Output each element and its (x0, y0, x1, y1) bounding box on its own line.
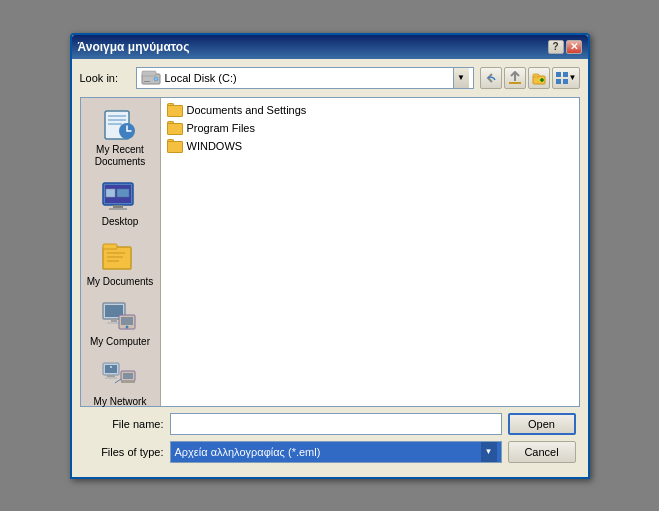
svg-rect-25 (107, 256, 123, 258)
sidebar-item-desktop[interactable]: Desktop (83, 174, 157, 232)
svg-rect-20 (117, 189, 129, 197)
svg-point-41 (110, 366, 112, 368)
list-item[interactable]: Documents and Settings (165, 102, 575, 118)
title-bar-buttons: ? ✕ (548, 40, 582, 54)
svg-rect-19 (109, 208, 127, 210)
file-name-text: Documents and Settings (187, 104, 307, 116)
look-in-combo-inner: Local Disk (C:) (141, 70, 449, 86)
svg-rect-18 (113, 205, 123, 208)
list-item[interactable]: WINDOWS (165, 138, 575, 154)
svg-rect-26 (107, 260, 119, 262)
svg-rect-10 (563, 79, 568, 84)
look-in-combo[interactable]: Local Disk (C:) ▼ (136, 67, 474, 89)
my-documents-label: My Documents (87, 276, 154, 288)
sidebar-item-recent-documents[interactable]: My Recent Documents (83, 102, 157, 172)
sidebar-item-my-network[interactable]: My Network (83, 354, 157, 412)
back-button[interactable] (480, 67, 502, 89)
help-button[interactable]: ? (548, 40, 564, 54)
view-dropdown-arrow[interactable]: ▼ (569, 73, 577, 82)
recent-documents-label: My Recent Documents (85, 144, 155, 168)
title-bar: Άνοιγμα μηνύματος ? ✕ (72, 35, 588, 59)
svg-rect-36 (107, 375, 115, 377)
up-icon (508, 71, 522, 85)
new-folder-icon (532, 71, 546, 85)
dialog-body: Look in: Local Disk (C:) ▼ (72, 59, 588, 477)
my-documents-icon (100, 238, 140, 274)
my-network-label: My Network (94, 396, 147, 408)
svg-rect-4 (509, 82, 521, 84)
folder-icon (167, 103, 183, 117)
svg-rect-37 (105, 377, 117, 379)
file-name-text: Program Files (187, 122, 255, 134)
cancel-button[interactable]: Cancel (508, 441, 576, 463)
look-in-value: Local Disk (C:) (165, 72, 449, 84)
file-name-label: File name: (84, 418, 164, 430)
dialog-title: Άνοιγμα μηνύματος (78, 40, 190, 54)
svg-rect-7 (556, 72, 561, 77)
look-in-label: Look in: (80, 72, 130, 84)
main-area: My Recent Documents Desktop (80, 97, 580, 407)
svg-rect-14 (108, 123, 122, 125)
files-of-type-label: Files of type: (84, 446, 164, 458)
file-list: Documents and Settings Program Files WIN… (161, 98, 579, 406)
svg-rect-13 (108, 119, 126, 121)
svg-rect-1 (142, 71, 156, 76)
bottom-area: File name: Open Files of type: Αρχεία αλ… (80, 407, 580, 469)
up-button[interactable] (504, 67, 526, 89)
svg-rect-3 (144, 81, 150, 82)
sidebar: My Recent Documents Desktop (81, 98, 161, 406)
my-computer-label: My Computer (90, 336, 150, 348)
my-network-icon (100, 358, 140, 394)
file-name-text: WINDOWS (187, 140, 243, 152)
files-of-type-value: Αρχεία αλληλογραφίας (*.eml) (175, 446, 481, 458)
svg-point-33 (126, 325, 129, 328)
sidebar-item-my-computer[interactable]: My Computer (83, 294, 157, 352)
folder-icon (167, 139, 183, 153)
recent-documents-icon (100, 106, 140, 142)
files-of-type-combo[interactable]: Αρχεία αλληλογραφίας (*.eml) ▼ (170, 441, 502, 463)
svg-rect-39 (123, 373, 133, 379)
svg-rect-21 (106, 189, 115, 197)
look-in-row: Look in: Local Disk (C:) ▼ (80, 67, 580, 89)
svg-rect-23 (103, 244, 117, 249)
back-icon (484, 71, 498, 85)
svg-rect-8 (563, 72, 568, 77)
drive-icon (141, 70, 161, 86)
folder-icon (167, 121, 183, 135)
open-button[interactable]: Open (508, 413, 576, 435)
svg-rect-32 (121, 317, 133, 325)
view-button[interactable]: ▼ (552, 67, 580, 89)
look-in-dropdown-arrow[interactable]: ▼ (453, 68, 469, 88)
svg-rect-29 (111, 319, 117, 322)
sidebar-item-my-documents[interactable]: My Documents (83, 234, 157, 292)
dialog-window: Άνοιγμα μηνύματος ? ✕ Look in: Local Dis (70, 33, 590, 479)
close-button[interactable]: ✕ (566, 40, 582, 54)
svg-point-2 (154, 77, 158, 81)
view-icon (555, 71, 569, 85)
desktop-label: Desktop (102, 216, 139, 228)
list-item[interactable]: Program Files (165, 120, 575, 136)
svg-rect-24 (107, 252, 125, 254)
svg-rect-6 (533, 74, 539, 77)
svg-rect-9 (556, 79, 561, 84)
file-name-row: File name: Open (84, 413, 576, 435)
new-folder-button[interactable] (528, 67, 550, 89)
files-of-type-row: Files of type: Αρχεία αλληλογραφίας (*.e… (84, 441, 576, 463)
desktop-icon (100, 178, 140, 214)
file-name-input[interactable] (170, 413, 502, 435)
toolbar-buttons: ▼ (480, 67, 580, 89)
svg-rect-40 (121, 381, 135, 383)
my-computer-icon (100, 298, 140, 334)
svg-rect-12 (108, 115, 126, 117)
files-of-type-dropdown-arrow[interactable]: ▼ (481, 442, 497, 462)
